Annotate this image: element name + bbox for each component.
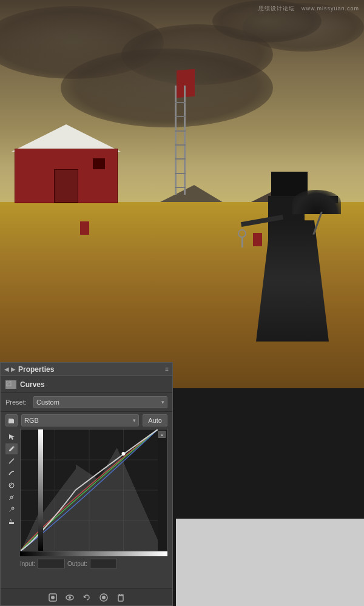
key-body <box>241 237 243 247</box>
collapse-left-arrow[interactable]: ◀ <box>4 366 9 372</box>
barn <box>15 124 124 203</box>
properties-panel: ◀ ▶ Properties ≡ Curves Preset: Custom ▾ <box>0 362 173 606</box>
watermark-site: 思综设计论坛 <box>258 5 295 12</box>
toggle-button[interactable] <box>99 593 109 602</box>
curves-header: Curves <box>1 376 172 393</box>
barn-window <box>93 158 105 169</box>
panel-menu-button[interactable]: ≡ <box>165 366 169 372</box>
io-row: Input: Output: <box>1 557 172 571</box>
ladder-rung-5 <box>175 158 186 160</box>
pointer-tool[interactable] <box>5 431 18 442</box>
figure-keys <box>238 229 250 247</box>
watermark-url: www.missyuan.com <box>302 5 359 12</box>
barn-roof <box>12 124 121 152</box>
pointer-icon <box>8 433 15 440</box>
curves-icon <box>5 380 16 389</box>
line-icon <box>8 457 15 465</box>
empty-grey-area <box>176 519 364 606</box>
ladder-rung-4 <box>175 144 186 146</box>
auto-label: Auto <box>148 417 162 424</box>
channel-dropdown[interactable]: RGB ▾ <box>21 414 139 426</box>
photo-background: 思综设计论坛 www.missyuan.com <box>0 0 364 388</box>
shadow-icon <box>8 482 15 489</box>
smooth-tool[interactable] <box>5 468 18 479</box>
ladder-rung-7 <box>175 187 186 188</box>
delete-button[interactable] <box>116 593 126 602</box>
watermark: 思综设计论坛 www.missyuan.com <box>258 5 359 13</box>
svg-point-17 <box>102 596 106 599</box>
svg-rect-10 <box>9 522 14 524</box>
panel-collapse-controls[interactable]: ◀ ▶ <box>4 366 16 372</box>
curves-controls-row: RGB ▾ Auto <box>1 412 172 429</box>
reset-button[interactable] <box>82 593 92 602</box>
channel-dropdown-arrow: ▾ <box>133 417 136 423</box>
svg-point-13 <box>51 596 55 599</box>
highlight-tool[interactable] <box>5 504 18 515</box>
panel-title-section: ◀ ▶ Properties <box>4 365 54 374</box>
toggle-icon <box>99 593 109 602</box>
hand-tool-button[interactable] <box>5 414 18 426</box>
svg-point-15 <box>69 596 71 599</box>
eye-icon <box>65 593 75 602</box>
input-field[interactable] <box>38 559 65 568</box>
midtone-icon <box>8 494 15 501</box>
preset-value: Custom <box>36 399 59 406</box>
svg-point-8 <box>10 496 13 499</box>
svg-text:A: A <box>10 519 12 522</box>
curves-icon-svg <box>6 381 16 388</box>
auto-button[interactable]: Auto <box>143 414 167 426</box>
channel-value: RGB <box>24 417 39 424</box>
preset-dropdown-arrow: ▾ <box>161 399 164 405</box>
line-tool[interactable] <box>5 456 18 466</box>
add-mask-icon <box>48 593 58 602</box>
barn-body <box>15 149 118 203</box>
delete-icon <box>116 593 126 602</box>
svg-rect-18 <box>118 596 123 601</box>
preset-dropdown[interactable]: Custom ▾ <box>33 396 167 408</box>
pencil-tool[interactable] <box>5 443 18 454</box>
svg-rect-3 <box>12 419 13 423</box>
ladder <box>175 86 186 195</box>
svg-rect-2 <box>10 419 12 423</box>
output-label: Output: <box>67 561 87 567</box>
curves-graph[interactable]: ▲ <box>20 429 167 551</box>
preset-label: Preset: <box>5 399 30 406</box>
svg-rect-4 <box>13 419 14 423</box>
svg-rect-1 <box>8 420 10 423</box>
output-field[interactable] <box>90 559 117 568</box>
pencil-icon <box>8 445 15 453</box>
barn-door <box>54 169 78 203</box>
highlight-icon <box>8 506 15 513</box>
left-tool-panel: A <box>5 429 18 551</box>
collapse-right-arrow[interactable]: ▶ <box>11 366 16 372</box>
input-label: Input: <box>20 561 35 567</box>
shadow-tool[interactable] <box>5 480 18 491</box>
figure-dress <box>256 220 329 342</box>
panel-bottom-toolbar <box>1 588 172 605</box>
clipping-tool[interactable]: A <box>5 516 18 527</box>
ladder-rung-3 <box>175 130 186 132</box>
svg-line-6 <box>9 459 14 463</box>
small-flag-1 <box>80 221 89 235</box>
svg-rect-5 <box>8 419 10 420</box>
clipping-icon: A <box>8 518 15 525</box>
reset-icon <box>82 593 92 602</box>
vertical-gradient-bar <box>38 429 43 551</box>
expand-button[interactable]: ▲ <box>158 431 166 438</box>
cloud-4 <box>61 49 273 127</box>
visibility-button[interactable] <box>65 593 75 602</box>
panel-titlebar: ◀ ▶ Properties ≡ <box>1 363 172 376</box>
ladder-rung-1 <box>175 102 186 103</box>
ladder-rung-2 <box>175 116 186 117</box>
preset-row: Preset: Custom ▾ <box>1 393 172 412</box>
hand-icon <box>7 416 16 425</box>
curves-title: Curves <box>20 380 45 389</box>
umbrella-canopy <box>292 190 341 214</box>
figure <box>250 172 335 342</box>
figure-umbrella <box>292 190 341 226</box>
horizontal-gradient-bar <box>20 551 167 556</box>
add-mask-button[interactable] <box>48 593 58 602</box>
curves-graph-container: A ▲ <box>1 429 172 551</box>
ladder-rung-6 <box>175 173 186 174</box>
midtone-tool[interactable] <box>5 492 18 503</box>
